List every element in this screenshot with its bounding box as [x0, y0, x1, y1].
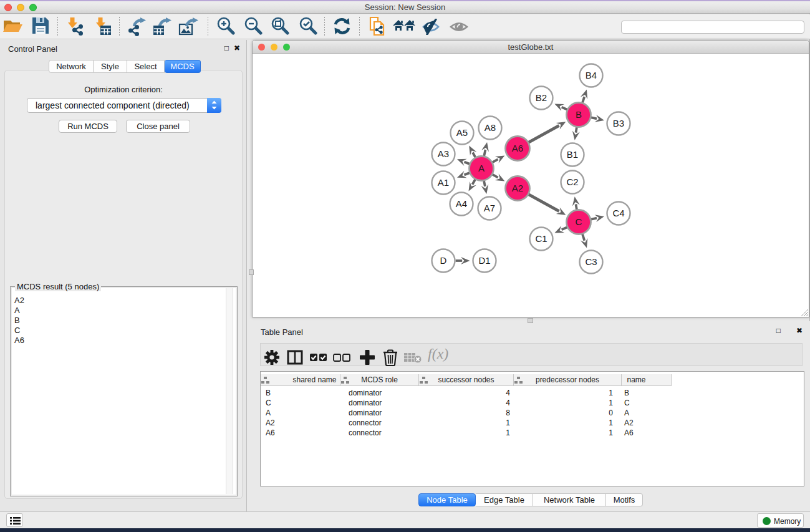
- svg-text:A: A: [478, 163, 485, 173]
- svg-text:A8: A8: [485, 122, 496, 133]
- svg-text:C: C: [576, 216, 582, 227]
- svg-text:D: D: [440, 255, 447, 266]
- svg-text:C4: C4: [612, 208, 624, 218]
- svg-text:C2: C2: [566, 177, 578, 187]
- svg-text:A5: A5: [456, 127, 468, 138]
- svg-text:A7: A7: [484, 203, 495, 213]
- svg-text:A3: A3: [438, 148, 449, 159]
- svg-text:B4: B4: [586, 70, 597, 80]
- svg-text:B: B: [576, 109, 582, 120]
- svg-text:A4: A4: [456, 198, 467, 209]
- svg-text:B3: B3: [613, 118, 624, 128]
- svg-text:C3: C3: [585, 256, 597, 267]
- svg-text:B1: B1: [567, 149, 578, 160]
- svg-text:A1: A1: [438, 177, 449, 188]
- svg-text:C1: C1: [535, 233, 547, 244]
- svg-text:A2: A2: [512, 183, 523, 193]
- svg-text:B2: B2: [536, 92, 547, 103]
- svg-text:D1: D1: [478, 255, 490, 266]
- svg-text:A6: A6: [512, 143, 523, 153]
